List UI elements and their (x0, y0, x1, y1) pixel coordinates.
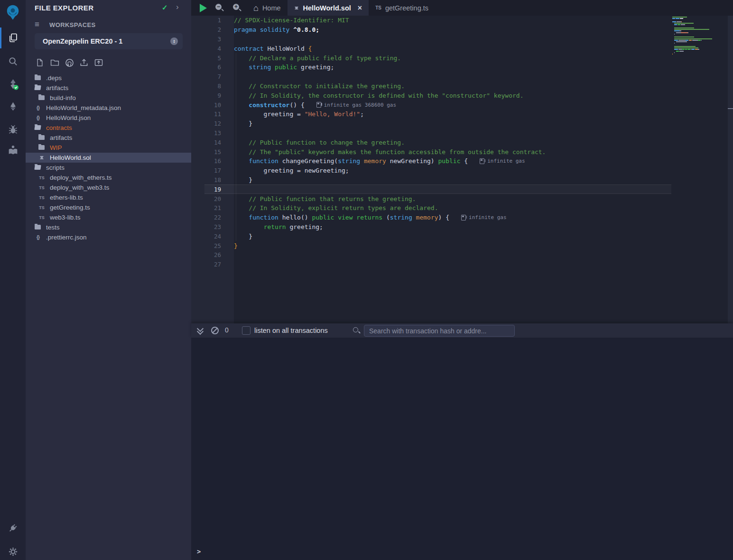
tree-item-.prettierrc.json[interactable]: {}.prettierrc.json (26, 232, 191, 242)
line-number: 15 (191, 148, 221, 156)
tab-home[interactable]: ⌂Home (247, 0, 288, 16)
tree-item-label: .prettierrc.json (46, 234, 87, 241)
minimap[interactable] (672, 17, 713, 58)
clear-console-icon[interactable] (211, 327, 219, 334)
upload-icon[interactable] (79, 57, 89, 68)
search-plugin-icon[interactable] (0, 51, 26, 72)
terminal-search-icon (353, 327, 360, 334)
open-folder-icon[interactable] (93, 57, 104, 68)
remix-logo-icon[interactable] (0, 2, 26, 23)
settings-gear-icon[interactable] (0, 541, 26, 560)
zoom-in-icon[interactable]: + (232, 3, 242, 13)
code-line[interactable]: 1// SPDX-License-Identifier: MIT (191, 16, 733, 25)
zoom-out-icon[interactable]: − (215, 3, 224, 13)
tree-item-helloworld_metadata.json[interactable]: {}HelloWorld_metadata.json (26, 103, 191, 113)
code-line[interactable]: 22 function hello() public view returns … (191, 213, 733, 222)
folder-icon (34, 75, 42, 81)
tree-item-deploy_with_web3.ts[interactable]: TSdeploy_with_web3.ts (26, 183, 191, 193)
tab-bar: − + ⌂HomeHelloWorld.sol×TSgetGreeting.ts (191, 0, 733, 16)
tree-item-contracts[interactable]: contracts (26, 123, 191, 133)
code-line[interactable]: 20 // Public function that returns the g… (191, 194, 733, 203)
code-line[interactable]: 26 (191, 250, 733, 260)
code-line[interactable]: 6 string public greeting; (191, 63, 733, 72)
code-line[interactable]: 7 (191, 72, 733, 82)
code-line[interactable]: 16 function changeGreeting(string memory… (191, 156, 733, 166)
hamburger-icon[interactable]: ≡ (35, 21, 39, 28)
code-line[interactable]: 11 greeting = "Hello, World!"; (191, 110, 733, 119)
code-text: // SPDX-License-Identifier: MIT (234, 17, 349, 24)
tree-item-artifacts[interactable]: artifacts (26, 83, 191, 93)
gas-pump-icon (461, 215, 466, 220)
tab-getgreeting-ts[interactable]: TSgetGreeting.ts (369, 0, 435, 16)
chevron-right-icon[interactable]: › (176, 2, 179, 12)
terminal-output[interactable]: > (191, 338, 733, 560)
code-line[interactable]: 15 // The "public" keyword makes the fun… (191, 147, 733, 156)
folder-open-icon (34, 85, 42, 91)
deploy-and-run-icon[interactable] (0, 96, 26, 117)
new-folder-icon[interactable] (49, 57, 60, 68)
code-text: // Declare a public field of type string… (234, 55, 401, 62)
json-icon: {} (34, 235, 42, 240)
solidity-compiler-icon[interactable] (0, 73, 26, 94)
overview-ruler[interactable] (728, 16, 733, 323)
check-icon[interactable]: ✓ (162, 3, 168, 12)
tree-item-helloworld.sol[interactable]: HelloWorld.sol (26, 153, 191, 163)
code-line[interactable]: 14 // Public function to change the gree… (191, 138, 733, 147)
tree-item-scripts[interactable]: scripts (26, 163, 191, 173)
plugin-manager-icon[interactable] (0, 518, 26, 539)
collapse-terminal-icon[interactable] (197, 326, 204, 335)
code-line[interactable]: 10 constructor() {infinite gas 368600 ga… (191, 100, 733, 110)
terminal-search-input[interactable] (364, 325, 515, 337)
code-text: function changeGreeting(string memory ne… (234, 157, 468, 165)
line-number: 13 (191, 129, 221, 137)
github-icon[interactable] (64, 57, 74, 68)
debugger-icon[interactable] (0, 119, 26, 139)
folder-open-icon (34, 165, 42, 170)
code-line[interactable]: 8 // Constructor to initialize the greet… (191, 82, 733, 91)
learneth-icon[interactable] (0, 139, 26, 160)
file-explorer-panel: FILE EXPLORER ✓ › ≡ WORKSPACES OpenZeppe… (26, 0, 192, 560)
tree-item-wip[interactable]: WIP (26, 143, 191, 153)
tree-item-helloworld.json[interactable]: {}HelloWorld.json (26, 113, 191, 123)
line-number: 17 (191, 167, 221, 174)
line-number: 3 (191, 36, 221, 43)
tree-item-tests[interactable]: tests (26, 222, 191, 232)
workspace-dropdown[interactable]: OpenZeppelin ERC20 - 1 ▲▼ (35, 33, 183, 49)
tree-item-artifacts[interactable]: artifacts (26, 133, 191, 143)
code-line[interactable]: 2pragma solidity ^0.8.0; (191, 25, 733, 35)
code-line[interactable]: 19 (191, 184, 733, 194)
tree-item-build-info[interactable]: build-info (26, 93, 191, 103)
code-text: // The "public" keyword makes the functi… (234, 148, 546, 156)
listen-transactions-checkbox[interactable] (242, 326, 251, 335)
tree-item-deploy_with_ethers.ts[interactable]: TSdeploy_with_ethers.ts (26, 173, 191, 183)
new-file-icon[interactable] (35, 57, 45, 68)
code-line[interactable]: 18 } (191, 175, 733, 185)
code-line[interactable]: 23 return greeting; (191, 222, 733, 232)
tree-item-getgreeting.ts[interactable]: TSgetGreeting.ts (26, 202, 191, 212)
code-line[interactable]: 25} (191, 241, 733, 250)
tab-list: ⌂HomeHelloWorld.sol×TSgetGreeting.ts (247, 0, 435, 16)
close-tab-icon[interactable]: × (358, 4, 362, 12)
code-line[interactable]: 3 (191, 35, 733, 44)
run-script-button[interactable] (200, 4, 207, 12)
tree-item-.deps[interactable]: .deps (26, 73, 191, 83)
line-number: 12 (191, 120, 221, 127)
tree-item-ethers-lib.ts[interactable]: TSethers-lib.ts (26, 193, 191, 202)
line-number: 27 (191, 261, 221, 268)
code-line[interactable]: 12 } (191, 119, 733, 129)
code-line[interactable]: 9 // In Solidity, the constructor is def… (191, 91, 733, 100)
code-line[interactable]: 24 } (191, 231, 733, 241)
tab-helloworld-sol[interactable]: HelloWorld.sol× (288, 0, 369, 16)
tree-item-web3-lib.ts[interactable]: TSweb3-lib.ts (26, 212, 191, 222)
tree-item-label: scripts (46, 164, 65, 171)
code-line[interactable]: 17 greeting = newGreeting; (191, 166, 733, 175)
code-editor[interactable]: 1// SPDX-License-Identifier: MIT2pragma … (191, 16, 733, 323)
code-line[interactable]: 4contract HelloWorld { (191, 44, 733, 53)
line-number: 18 (191, 176, 221, 184)
code-text: // Constructor to initialize the greetin… (234, 83, 405, 90)
code-line[interactable]: 13 (191, 129, 733, 138)
code-line[interactable]: 21 // In Solidity, explicit return types… (191, 203, 733, 213)
file-explorer-icon[interactable] (0, 28, 26, 48)
code-line[interactable]: 27 (191, 260, 733, 269)
code-line[interactable]: 5 // Declare a public field of type stri… (191, 53, 733, 63)
